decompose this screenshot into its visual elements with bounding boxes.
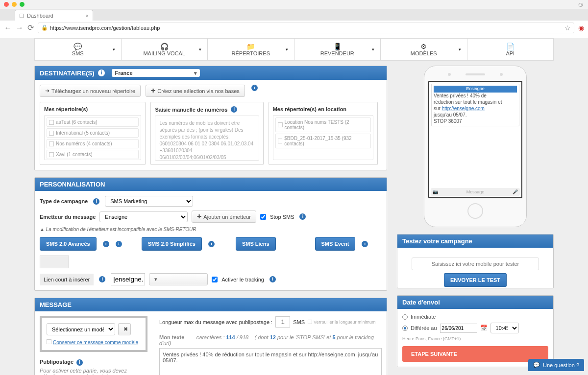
back-icon[interactable]: ← [4,23,12,32]
char-prefix: caractères : [196,334,224,340]
repo-item[interactable]: Location Nos nums TESTS (2 contacts) [275,117,371,132]
info-icon[interactable]: i [76,359,83,366]
repo-item[interactable]: International (5 contacts) [47,128,139,138]
window-minimize[interactable] [12,2,17,7]
plus-icon[interactable]: + [116,241,122,247]
radio-differee[interactable] [402,326,408,331]
panel-title: Testez votre campagne [402,237,472,245]
checkbox[interactable] [278,139,283,143]
char-current: 114 [226,334,235,340]
nav-revendeur[interactable]: 📱REVENDEUR▾ [294,39,381,60]
folder-icon: 📁 [246,43,255,50]
time-select[interactable]: 10:45 [490,323,519,333]
nav-label: API [506,50,514,56]
emetteur-label: Emetteur du message [40,214,96,220]
send-test-button[interactable]: ENVOYER LE TEST [444,273,507,287]
stop-sms-checkbox[interactable] [260,214,266,220]
date-input[interactable] [440,324,477,333]
checkbox[interactable] [278,122,283,127]
info-icon[interactable]: i [251,85,258,91]
tracking-checkbox[interactable] [212,277,218,282]
sms-simplifies-button[interactable]: SMS 2.0 Simplifiés [142,237,202,251]
preview-link: http://enseigne.com [442,106,485,111]
button-label: Créez une sélection via nos bases [157,88,240,94]
checkbox[interactable] [49,120,54,125]
sms-event-button[interactable]: SMS Event [315,237,356,251]
info-icon[interactable]: i [99,276,105,282]
lien-court-input[interactable] [111,273,145,285]
address-bar[interactable]: 🔒 https://www.isendpro.com/gestion/table… [38,23,574,33]
help-label: Une question ? [543,362,579,368]
help-widget[interactable]: 💬 Une question ? [528,359,584,371]
nav-modeles[interactable]: ⚙MODÈLES▾ [381,39,467,60]
profile-icon[interactable]: ☺ [577,0,584,8]
sms-liens-button[interactable]: SMS Liens [236,237,276,251]
reload-icon[interactable]: ⟳ [27,23,34,32]
char-max: 918 [240,334,248,340]
clear-model-button[interactable]: ✖ [118,323,131,335]
repo-item[interactable]: $BDD_25-01-2017_15-35 (932 contacts) [275,134,371,148]
info-icon[interactable]: i [93,198,99,205]
window-close[interactable] [4,2,9,7]
pinterest-icon[interactable]: ◉ [578,24,584,32]
add-emetteur-button[interactable]: ✚ Ajouter un émetteur [192,211,256,223]
message-textarea[interactable]: Ventes privées ! 40% de réduction sur to… [159,348,382,375]
window-zoom[interactable] [20,2,24,7]
info-icon[interactable]: i [103,241,109,247]
info-icon[interactable]: i [231,106,237,113]
create-selection-button[interactable]: ✚ Créez une sélection via nos bases [146,85,245,97]
emetteur-select[interactable]: Enseigne [99,211,188,222]
repo-item[interactable]: Nos numéros (4 contacts) [47,139,139,148]
lock-checkbox[interactable] [308,320,312,324]
sub-panel-title: Mes répertoire(s) [44,106,141,112]
browser-tab[interactable]: ▢ Dashboard × [15,10,93,21]
info-icon[interactable]: i [362,241,368,247]
type-campagne-select[interactable]: SMS Marketing [105,196,193,207]
nav-label: SMS [72,50,84,56]
save-model-checkbox[interactable] [47,339,51,344]
checkbox[interactable] [49,141,54,146]
repo-label: International (5 contacts) [56,130,110,136]
test-mobile-input[interactable] [412,258,539,270]
next-step-button[interactable]: ETAPE SUIVANTE [402,346,548,362]
nav-api[interactable]: 📄API [467,39,554,60]
checkbox[interactable] [49,131,54,136]
info-icon[interactable]: i [270,276,276,282]
radio-immediate[interactable] [402,314,408,320]
bookmark-star-icon[interactable]: ☆ [564,24,571,32]
tab-close-icon[interactable]: × [86,13,89,19]
chat-icon: 💬 [74,43,82,50]
preview-text: sur [434,106,442,111]
phone-preview: Enseigne Ventes privées ! 40% de réducti… [424,66,527,227]
repo-item[interactable]: aaTest (6 contacts) [47,117,139,127]
tracking-label: Activer le tracking [221,277,264,282]
saisie-manuelle: Saisie manuelle de numérosi Les numéros … [150,102,263,165]
longueur-input[interactable] [275,316,290,328]
info-icon[interactable]: i [98,70,105,76]
sms-avances-button[interactable]: SMS 2.0 Avancés [40,237,97,251]
forward-icon[interactable]: → [16,23,24,32]
warning-icon: ▲ [40,227,45,232]
caret-down-icon: ▾ [113,47,115,52]
nav-mailing-vocal[interactable]: 🎧MAILING VOCAL▾ [122,39,208,60]
numbers-textarea[interactable]: Les numéros de mobiles doivent etre sépa… [155,116,259,161]
checkbox[interactable] [49,152,54,157]
timezone-note: Heure Paris, France (GMT+1) [402,336,548,341]
info-icon[interactable]: i [208,241,215,247]
repertoires-location: Mes répertoire(s) en location Location N… [269,102,378,165]
model-select[interactable]: Sélectionnez un modèle [47,323,115,335]
calendar-icon[interactable]: 📅 [480,325,488,331]
repo-item[interactable]: Xavi (1 contacts) [47,150,139,159]
address-url: https://www.isendpro.com/gestion/tableau… [50,25,160,31]
save-as-model-link[interactable]: Conserver ce message comme modèle [53,340,138,345]
info-icon[interactable]: i [299,213,306,220]
lien-dropdown[interactable]: ▾ [149,273,208,285]
nav-sms[interactable]: 💬SMS▾ [35,39,122,60]
nav-repertoires[interactable]: 📁RÉPERTOIRES▾ [208,39,294,60]
phone-input-bar: 📷 Message 🎤 [431,188,520,196]
sub-panel-title: Saisie manuelle de numéros [155,107,227,113]
country-select[interactable]: France [112,69,200,77]
sms-event-input[interactable] [40,256,69,268]
char-dont: ( dont [254,334,268,340]
upload-repo-button[interactable]: ➜ Téléchargez un nouveau répertoire [40,85,141,97]
